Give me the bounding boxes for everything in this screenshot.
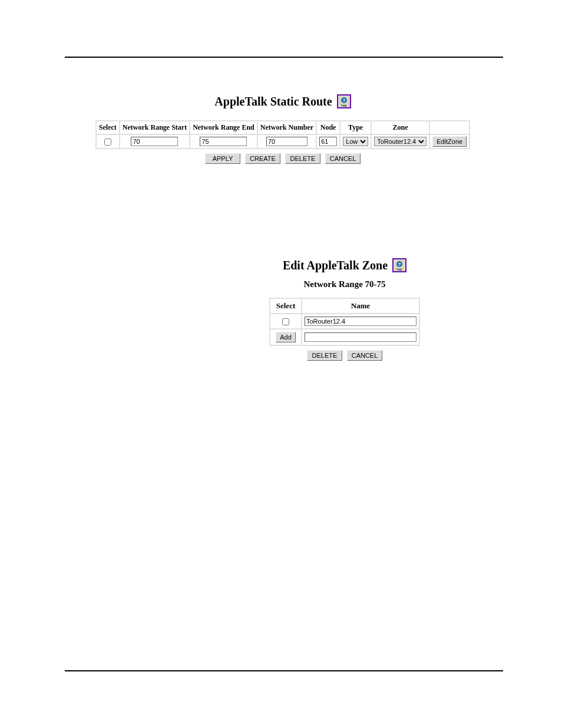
header-rule: [65, 57, 503, 58]
col-range-end: Network Range End: [190, 121, 257, 134]
static-route-section: AppleTalk Static Route ? Help Select Net…: [91, 94, 474, 164]
help-icon[interactable]: ? Help: [337, 94, 351, 108]
table-row: Low ToRouter12.4 EditZone: [97, 135, 469, 148]
edit-zone-title: Edit AppleTalk Zone: [283, 259, 388, 272]
create-button[interactable]: CREATE: [245, 153, 280, 164]
col-action: [430, 121, 469, 134]
col-net-number: Network Number: [258, 121, 316, 134]
range-end-input[interactable]: [200, 137, 247, 146]
static-route-table: Select Network Range Start Network Range…: [95, 120, 470, 149]
type-select[interactable]: Low: [343, 137, 368, 146]
delete-button[interactable]: DELETE: [285, 153, 320, 164]
range-start-input[interactable]: [131, 137, 178, 146]
footer-rule: [65, 670, 503, 671]
apply-button[interactable]: APPLY: [205, 153, 240, 164]
delete-button[interactable]: DELETE: [307, 350, 342, 361]
col-zone: Zone: [372, 121, 429, 134]
row-select-checkbox[interactable]: [104, 139, 111, 146]
table-row: [270, 314, 419, 328]
static-route-button-row: APPLY CREATE DELETE CANCEL: [91, 153, 474, 164]
zone-new-name-input[interactable]: [305, 332, 416, 342]
document-page: AppleTalk Static Route ? Help Select Net…: [0, 0, 562, 728]
cancel-button[interactable]: CANCEL: [325, 153, 361, 164]
zone-table: Select Name Add: [269, 298, 420, 346]
zone-select[interactable]: ToRouter12.4: [374, 137, 427, 146]
col-select: Select: [97, 121, 119, 134]
col-range-start: Network Range Start: [120, 121, 189, 134]
help-label-text: Help: [341, 104, 347, 107]
svg-text:?: ?: [398, 262, 401, 267]
help-icon[interactable]: ? Help: [392, 258, 406, 272]
edit-zone-section: Edit AppleTalk Zone ? Help Network Range…: [265, 258, 424, 361]
edit-zone-button[interactable]: EditZone: [432, 136, 467, 147]
svg-text:Help: Help: [396, 268, 402, 271]
zone-button-row: DELETE CANCEL: [265, 350, 424, 361]
node-input[interactable]: [319, 137, 337, 146]
table-row: Add: [270, 330, 419, 345]
add-button[interactable]: Add: [276, 332, 296, 342]
cancel-button[interactable]: CANCEL: [347, 350, 382, 361]
zone-name-input[interactable]: [305, 317, 416, 326]
edit-zone-title-row: Edit AppleTalk Zone ? Help: [265, 258, 424, 272]
network-range-subheading: Network Range 70-75: [265, 279, 424, 289]
svg-text:?: ?: [342, 98, 345, 103]
net-number-input[interactable]: [266, 137, 308, 146]
col-node: Node: [317, 121, 339, 134]
zone-row-checkbox[interactable]: [282, 318, 289, 325]
static-route-title-row: AppleTalk Static Route ? Help: [91, 94, 474, 108]
zone-col-name: Name: [302, 299, 419, 313]
col-type: Type: [340, 121, 371, 134]
static-route-title: AppleTalk Static Route: [214, 95, 332, 108]
zone-col-select: Select: [270, 299, 301, 313]
